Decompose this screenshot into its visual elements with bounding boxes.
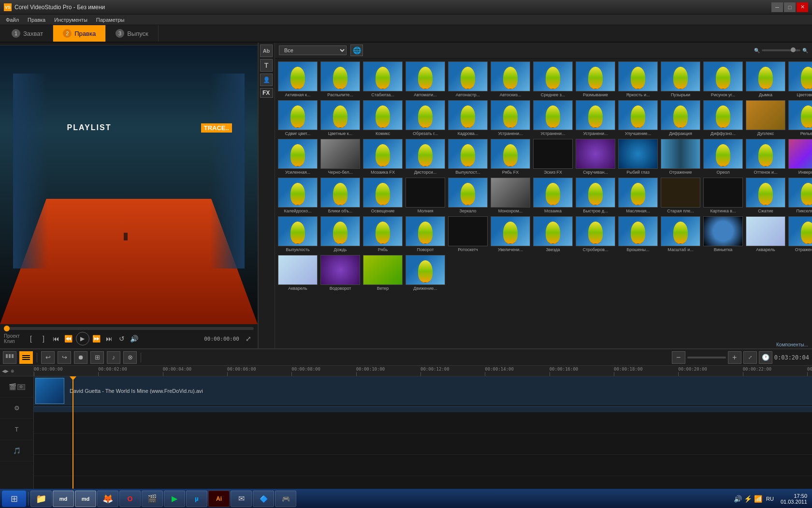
effect-item-29[interactable]: Дисторси... <box>405 138 446 176</box>
effect-item-17[interactable]: Кадрова... <box>447 99 489 137</box>
start-button[interactable]: ⊞ <box>2 491 26 507</box>
btn-next-frame[interactable]: ⏭ <box>104 333 115 344</box>
btn-prev-frame[interactable]: ⏮ <box>51 333 61 344</box>
components-link[interactable]: Компоненты... <box>275 341 812 348</box>
effect-item-44[interactable]: Монохром... <box>490 177 531 214</box>
effect-item-57[interactable]: Увеличени... <box>490 215 531 253</box>
close-button[interactable]: ✕ <box>797 2 808 12</box>
tray-icon-2[interactable]: ⚡ <box>744 495 752 503</box>
taskbar-media[interactable]: 🎬 <box>142 491 163 507</box>
overlay-track[interactable] <box>34 412 812 433</box>
effect-item-31[interactable]: Рябь FX <box>490 138 531 176</box>
minimize-button[interactable]: ─ <box>771 2 783 12</box>
btn-resize[interactable]: ⤢ <box>243 333 254 344</box>
effect-item-34[interactable]: Рыбий глаз <box>617 138 659 176</box>
tl-storyboard-btn[interactable] <box>3 351 16 364</box>
effect-item-60[interactable]: Брошены... <box>617 215 659 253</box>
track-video-settings[interactable]: ⚙ <box>17 384 25 390</box>
track-area[interactable]: David Guetta - The World Is Mine (www.Fr… <box>34 376 812 489</box>
tl-zoom-out-btn[interactable]: − <box>672 351 685 364</box>
effect-item-67[interactable]: Ветер <box>362 254 404 292</box>
effect-item-68[interactable]: Движение... <box>405 254 446 292</box>
tl-redo-btn[interactable]: ↪ <box>58 351 71 364</box>
effect-item-7[interactable]: Размывание <box>575 60 616 98</box>
effect-item-51[interactable]: Пикселятор <box>787 177 812 214</box>
tab-capture[interactable]: 1 Захват <box>2 25 53 42</box>
effect-item-15[interactable]: Комикс <box>362 99 404 137</box>
language-button[interactable]: RU <box>764 495 776 503</box>
taskbar-md1[interactable]: md <box>53 491 74 507</box>
effect-item-47[interactable]: Масляная... <box>617 177 659 214</box>
effect-item-32[interactable]: Эскиз FX <box>532 138 574 176</box>
tray-icon-3[interactable]: 📶 <box>754 495 762 503</box>
effect-item-43[interactable]: Зеркало <box>447 177 489 214</box>
tl-undo-btn[interactable]: ↩ <box>41 351 55 364</box>
effect-item-45[interactable]: Мозаика <box>532 177 574 214</box>
effect-item-1[interactable]: Распылите... <box>319 60 361 98</box>
taskbar-md2[interactable]: md <box>75 491 96 507</box>
btn-mark-out[interactable]: ] <box>38 333 49 344</box>
effect-item-16[interactable]: Обрезать г... <box>405 99 446 137</box>
effects-globe-btn[interactable]: 🌐 <box>350 45 363 56</box>
tl-mix-btn[interactable]: ⊗ <box>123 351 137 364</box>
scrubber[interactable] <box>4 327 254 330</box>
effect-item-61[interactable]: Масштаб и... <box>660 215 701 253</box>
tool-text-ab[interactable]: Ab <box>260 45 273 57</box>
effect-item-11[interactable]: Дымка <box>745 60 786 98</box>
tl-fit-btn[interactable]: ⤢ <box>743 351 757 364</box>
zoom-slider[interactable] <box>762 49 800 51</box>
effect-item-23[interactable]: Диффузно... <box>702 99 744 137</box>
effect-item-33[interactable]: Скручиван... <box>575 138 616 176</box>
menu-edit[interactable]: Правка <box>24 16 49 24</box>
effect-item-54[interactable]: Рябь <box>362 215 404 253</box>
effect-item-2[interactable]: Стабилза... <box>362 60 404 98</box>
maximize-button[interactable]: □ <box>784 2 796 12</box>
effect-item-49[interactable]: Картинка в... <box>702 177 744 214</box>
text-track[interactable] <box>34 455 812 476</box>
effect-item-37[interactable]: Оттенок и... <box>745 138 786 176</box>
effect-item-56[interactable]: Ротоскетч <box>447 215 489 253</box>
effect-item-4[interactable]: Автонастр... <box>447 60 489 98</box>
effect-item-65[interactable]: Акварель <box>277 254 319 292</box>
effect-item-20[interactable]: Устранени... <box>575 99 616 137</box>
effect-item-53[interactable]: Дождь <box>319 215 361 253</box>
tl-zoom-slider[interactable] <box>687 357 726 359</box>
tray-icon-1[interactable]: 🔊 <box>734 495 742 503</box>
btn-play[interactable]: ▶ <box>76 332 89 345</box>
taskbar-firefox[interactable]: 🦊 <box>97 491 118 507</box>
effect-item-41[interactable]: Освещение <box>362 177 404 214</box>
tl-clock-btn[interactable]: 🕐 <box>759 351 772 364</box>
taskbar-game[interactable]: 🎮 <box>275 491 296 507</box>
effect-item-55[interactable]: Поворот <box>405 215 446 253</box>
tl-timeline-btn[interactable] <box>19 351 33 364</box>
effect-item-62[interactable]: Виньетка <box>702 215 744 253</box>
effect-item-26[interactable]: Усиленная... <box>277 138 319 176</box>
btn-step-fwd[interactable]: ⏩ <box>91 333 102 344</box>
music-track[interactable] <box>34 476 812 489</box>
menu-file[interactable]: Файл <box>2 16 23 24</box>
effect-item-12[interactable]: Цветовой... <box>787 60 812 98</box>
effect-item-19[interactable]: Устранени... <box>532 99 574 137</box>
effect-item-21[interactable]: Улучшение... <box>617 99 659 137</box>
btn-repeat[interactable]: ↺ <box>116 333 127 344</box>
taskbar-app1[interactable]: 🔷 <box>253 491 274 507</box>
effect-item-66[interactable]: Водоворот <box>319 254 361 292</box>
tool-title-t[interactable]: T <box>260 59 273 72</box>
taskbar-utorrent[interactable]: µ <box>186 491 207 507</box>
effect-item-0[interactable]: Активная к... <box>277 60 319 98</box>
effect-item-25[interactable]: Рельеф <box>787 99 812 137</box>
effect-item-3[interactable]: Автомати... <box>405 60 446 98</box>
effect-item-39[interactable]: Калейдоско... <box>277 177 319 214</box>
tl-insert-btn[interactable]: ⊞ <box>90 351 104 364</box>
effect-item-48[interactable]: Старая пле... <box>660 177 701 214</box>
effect-item-5[interactable]: Автоскиз... <box>490 60 531 98</box>
effect-item-58[interactable]: Звезда <box>532 215 574 253</box>
effect-item-28[interactable]: Мозаика FX <box>362 138 404 176</box>
effect-item-46[interactable]: Быстрое д... <box>575 177 616 214</box>
tl-audio-btn[interactable]: ♪ <box>107 351 120 364</box>
effect-item-59[interactable]: Стробиров... <box>575 215 616 253</box>
tool-face[interactable]: 👤 <box>260 74 273 86</box>
effect-item-8[interactable]: Яркость и... <box>617 60 659 98</box>
effect-item-22[interactable]: Дифракция <box>660 99 701 137</box>
effect-item-10[interactable]: Рисунок уг... <box>702 60 744 98</box>
